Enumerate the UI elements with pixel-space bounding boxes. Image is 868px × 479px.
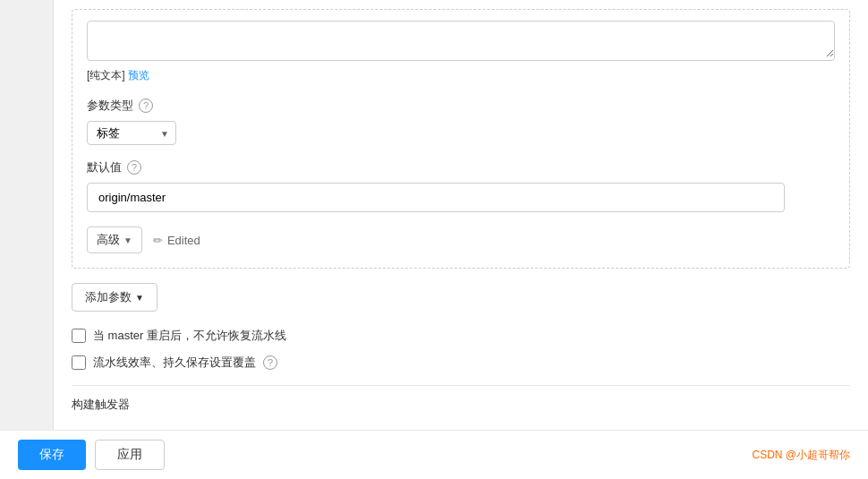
param-config-section: [纯文本] 预览 参数类型 ? 标签 字符串 文本 密码 [72, 9, 850, 269]
section-divider [72, 385, 850, 386]
pipeline-efficiency-checkbox[interactable] [72, 355, 86, 370]
preview-link[interactable]: 预览 [128, 69, 149, 81]
pencil-icon: ✏ [153, 234, 163, 247]
build-triggers-title: 构建触发器 [72, 397, 850, 413]
default-value-group: 默认值 ? [87, 159, 835, 212]
default-value-input[interactable] [87, 183, 785, 212]
checkbox-group: 当 master 重启后，不允许恢复流水线 流水线效率、持久保存设置覆盖 ? [72, 328, 850, 371]
checkbox-item-2: 流水线效率、持久保存设置覆盖 ? [72, 355, 850, 371]
description-textarea[interactable] [88, 21, 834, 57]
preview-prefix: [纯文本] [87, 69, 125, 81]
add-param-button[interactable]: 添加参数 ▼ [72, 283, 157, 312]
save-button[interactable]: 保存 [54, 440, 86, 470]
edited-label: Edited [167, 234, 200, 247]
preview-row: [纯文本] 预览 [87, 68, 835, 83]
default-value-label-row: 默认值 ? [87, 159, 835, 175]
default-value-label: 默认值 [87, 159, 122, 175]
add-param-label: 添加参数 [85, 289, 132, 305]
add-param-dropdown-icon: ▼ [135, 293, 144, 303]
param-type-label: 参数类型 [87, 98, 133, 114]
advanced-row: 高级 ▼ ✏ Edited [87, 227, 835, 253]
advanced-button[interactable]: 高级 ▼ [87, 227, 142, 253]
watermark-text: CSDN @小超哥帮你 [752, 449, 850, 461]
default-value-help-icon[interactable]: ? [127, 160, 141, 175]
param-type-help-icon[interactable]: ? [139, 98, 153, 113]
form-section: [纯文本] 预览 参数类型 ? 标签 字符串 文本 密码 [54, 0, 868, 465]
master-restart-label: 当 master 重启后，不允许恢复流水线 [93, 328, 286, 344]
param-type-group: 参数类型 ? 标签 字符串 文本 密码 选项 ▼ [87, 98, 835, 145]
param-type-select-wrapper: 标签 字符串 文本 密码 选项 ▼ [87, 121, 176, 145]
edited-indicator: ✏ Edited [153, 234, 200, 247]
main-content: [纯文本] 预览 参数类型 ? 标签 字符串 文本 密码 [54, 0, 868, 479]
page-wrapper: [纯文本] 预览 参数类型 ? 标签 字符串 文本 密码 [0, 0, 868, 479]
textarea-wrapper [87, 21, 835, 61]
footer-buttons: 保存 应用 [54, 440, 165, 470]
apply-button[interactable]: 应用 [95, 440, 165, 470]
pipeline-efficiency-label: 流水线效率、持久保存设置覆盖 [93, 355, 256, 371]
chevron-down-icon: ▼ [123, 235, 132, 245]
checkbox-item-1: 当 master 重启后，不允许恢复流水线 [72, 328, 850, 344]
master-restart-checkbox[interactable] [72, 329, 86, 343]
sidebar [0, 0, 54, 479]
param-type-select[interactable]: 标签 字符串 文本 密码 选项 [87, 121, 176, 145]
pipeline-efficiency-help-icon[interactable]: ? [263, 355, 277, 370]
watermark: CSDN @小超哥帮你 [752, 448, 850, 463]
advanced-label: 高级 [97, 232, 120, 248]
param-type-label-row: 参数类型 ? [87, 98, 835, 114]
footer-bar: 保存 应用 CSDN @小超哥帮你 [54, 430, 868, 479]
